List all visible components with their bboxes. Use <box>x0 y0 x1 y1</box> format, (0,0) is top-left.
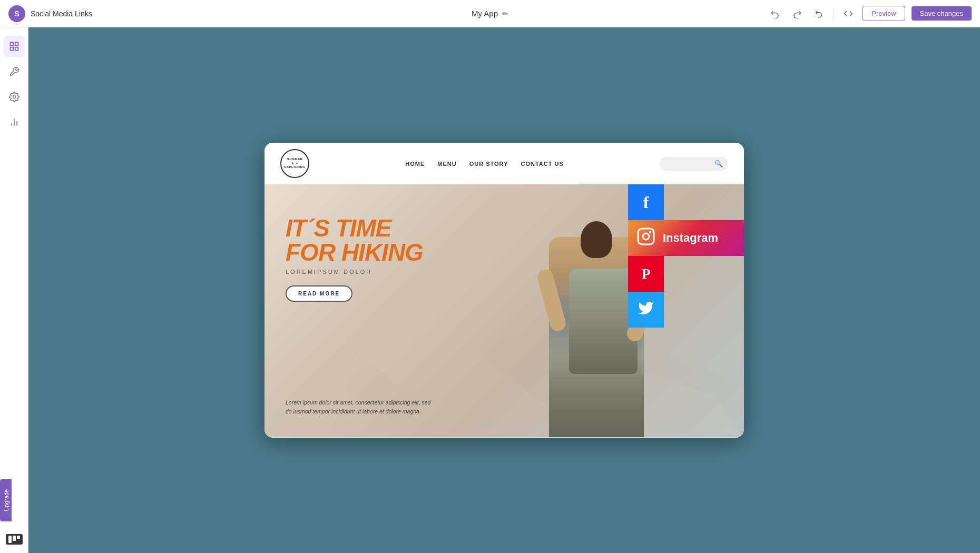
top-bar-left: S Social Media Links <box>8 5 92 22</box>
preview-frame: SUMMER ✦ ✦ EXPLORING HOME MENU OUR STORY… <box>264 143 744 438</box>
pinterest-icon: P <box>641 265 650 282</box>
twitter-icon <box>638 300 654 320</box>
separator <box>834 7 834 20</box>
hero-text-area: IT´S TIME FOR HIKING LOREMIPSUM DOLOR RE… <box>286 216 423 302</box>
main-layout: Upgrade SUMMER ✦ ✦ EXPLORING HOME MEN <box>0 27 980 553</box>
top-bar-center: My App ✏ <box>472 9 508 18</box>
sidebar-bottom: Upgrade <box>6 534 23 545</box>
svg-rect-10 <box>17 536 20 539</box>
sidebar-item-settings[interactable] <box>4 86 25 107</box>
hero-subtitle: LOREMIPSUM DOLOR <box>286 269 423 275</box>
hero-description: Lorem ipsum dolor sit amet, consectetur … <box>286 398 433 416</box>
instagram-button[interactable]: Instagram <box>628 220 744 256</box>
svg-point-14 <box>643 233 649 240</box>
app-icon: S <box>8 5 25 22</box>
redo-button[interactable] <box>789 7 805 21</box>
sidebar-logo <box>6 534 23 545</box>
svg-rect-0 <box>10 43 13 46</box>
svg-rect-2 <box>10 47 13 51</box>
save-button[interactable]: Save changes <box>912 6 972 21</box>
hero-title-line1: IT´S TIME <box>286 216 423 240</box>
page-title: Social Media Links <box>31 9 92 18</box>
instagram-icon <box>636 227 655 250</box>
site-nav: HOME MENU OUR STORY CONTACT US <box>405 161 563 167</box>
search-wrapper: 🔍 <box>660 157 728 171</box>
edit-icon[interactable]: ✏ <box>502 9 508 18</box>
hero-title-line2: FOR HIKING <box>286 240 423 264</box>
history-button[interactable] <box>811 7 827 21</box>
facebook-icon: f <box>643 193 649 212</box>
nav-contact[interactable]: CONTACT US <box>521 161 563 167</box>
sidebar-item-tools[interactable] <box>4 61 25 82</box>
sidebar-item-analytics[interactable] <box>4 112 25 133</box>
site-logo: SUMMER ✦ ✦ EXPLORING <box>280 149 309 178</box>
top-bar-right: Preview Save changes <box>767 6 972 21</box>
svg-rect-1 <box>15 43 18 46</box>
sidebar: Upgrade <box>0 27 28 553</box>
svg-rect-8 <box>8 536 12 543</box>
hero-section: IT´S TIME FOR HIKING LOREMIPSUM DOLOR RE… <box>264 184 744 437</box>
nav-our-story[interactable]: OUR STORY <box>469 161 508 167</box>
app-name-label: My App <box>472 9 498 18</box>
svg-point-4 <box>13 96 15 98</box>
code-button[interactable] <box>840 7 856 21</box>
search-icon: 🔍 <box>714 160 723 167</box>
instagram-label: Instagram <box>663 231 718 245</box>
social-buttons: f Instagram <box>628 184 744 328</box>
read-more-button[interactable]: READ MORE <box>286 285 352 302</box>
top-bar: S Social Media Links My App ✏ <box>0 0 980 27</box>
svg-point-15 <box>649 231 652 233</box>
svg-rect-9 <box>13 536 16 541</box>
canvas-area: SUMMER ✦ ✦ EXPLORING HOME MENU OUR STORY… <box>28 27 980 553</box>
svg-rect-13 <box>638 229 654 244</box>
twitter-button[interactable] <box>628 292 664 328</box>
pinterest-button[interactable]: P <box>628 256 664 292</box>
website-header: SUMMER ✦ ✦ EXPLORING HOME MENU OUR STORY… <box>264 143 744 184</box>
svg-rect-3 <box>15 47 18 51</box>
sidebar-item-dashboard[interactable] <box>4 36 25 57</box>
undo-button[interactable] <box>767 7 783 21</box>
nav-menu[interactable]: MENU <box>437 161 456 167</box>
preview-button[interactable]: Preview <box>863 6 905 21</box>
nav-home[interactable]: HOME <box>405 161 425 167</box>
upgrade-button[interactable]: Upgrade <box>0 479 12 521</box>
facebook-button[interactable]: f <box>628 184 664 220</box>
